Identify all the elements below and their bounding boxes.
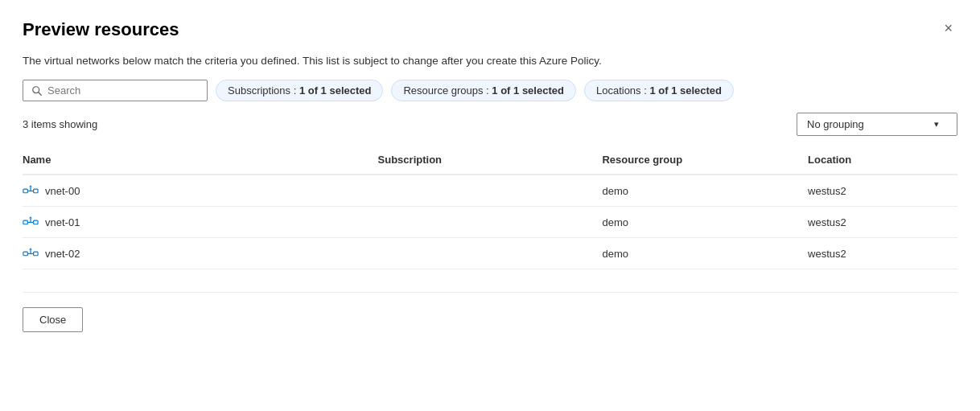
column-header-location: Location [808,146,957,175]
table-row: vnet-00 demowestus2 [23,175,957,207]
resource-cell: vnet-01 [23,216,372,228]
locations-label: Locations : [596,84,650,97]
resource-name: vnet-01 [45,216,80,228]
column-header-name: Name [23,146,378,175]
location-cell: westus2 [808,238,957,269]
resource-name: vnet-00 [45,185,80,197]
location-cell: westus2 [808,175,957,207]
vnet-icon [23,247,39,260]
search-icon [31,85,43,97]
svg-rect-7 [23,220,27,224]
resource-group-cell: demo [602,238,808,269]
svg-rect-13 [34,252,38,256]
svg-marker-6 [29,185,32,187]
table-area: Name Subscription Resource group Locatio… [23,146,957,269]
close-icon-button[interactable]: × [939,19,957,37]
svg-line-1 [39,92,42,95]
subscription-cell [378,175,603,207]
subscriptions-filter-pill[interactable]: Subscriptions : 1 of 1 selected [216,80,383,101]
subscriptions-value: 1 of 1 selected [299,84,372,97]
resource-group-cell: demo [602,175,808,207]
dialog-description: The virtual networks below match the cri… [23,55,957,67]
resource-name: vnet-02 [45,248,80,260]
svg-rect-8 [34,220,38,224]
search-input[interactable] [47,84,199,97]
resource-groups-value: 1 of 1 selected [492,84,564,97]
table-row: vnet-01 demowestus2 [23,207,957,238]
locations-filter-pill[interactable]: Locations : 1 of 1 selected [584,80,734,101]
table-row: vnet-02 demowestus2 [23,238,957,269]
grouping-select[interactable]: No grouping Resource group Location Subs… [797,113,957,135]
items-count: 3 items showing [23,118,97,130]
resource-cell: vnet-00 [23,184,372,197]
subscriptions-label: Subscriptions : [228,84,299,97]
close-button[interactable]: Close [23,307,83,332]
search-box[interactable] [23,80,208,101]
svg-rect-2 [23,189,27,193]
resources-table: Name Subscription Resource group Locatio… [23,146,957,269]
resource-groups-filter-pill[interactable]: Resource groups : 1 of 1 selected [391,80,575,101]
resource-name-cell: vnet-02 [23,238,378,269]
vnet-icon [23,216,39,228]
svg-marker-11 [29,216,32,218]
dialog-title: Preview resources [23,19,179,40]
dialog-header: Preview resources × [23,19,957,40]
table-header-row: Name Subscription Resource group Locatio… [23,146,957,175]
svg-rect-3 [34,189,38,193]
resource-name-cell: vnet-00 [23,175,378,207]
grouping-select-wrapper[interactable]: No grouping Resource group Location Subs… [797,113,957,136]
location-cell: westus2 [808,207,957,238]
subscription-cell [378,238,603,269]
preview-resources-dialog: Preview resources × The virtual networks… [0,0,980,411]
column-header-subscription: Subscription [378,146,603,175]
svg-marker-16 [29,248,32,249]
resource-groups-label: Resource groups : [403,84,492,97]
table-body: vnet-00 demowestus2 vnet-01 demowestus2 [23,175,957,269]
column-header-resource-group: Resource group [602,146,808,175]
resource-cell: vnet-02 [23,247,372,260]
dialog-footer: Close [23,292,957,332]
svg-rect-12 [23,252,27,256]
table-header: Name Subscription Resource group Locatio… [23,146,957,175]
subscription-cell [378,207,603,238]
filters-row: Subscriptions : 1 of 1 selected Resource… [23,80,957,101]
resource-group-cell: demo [602,207,808,238]
vnet-icon [23,184,39,197]
locations-value: 1 of 1 selected [649,84,722,97]
toolbar-row: 3 items showing No grouping Resource gro… [23,113,957,136]
resource-name-cell: vnet-01 [23,207,378,238]
